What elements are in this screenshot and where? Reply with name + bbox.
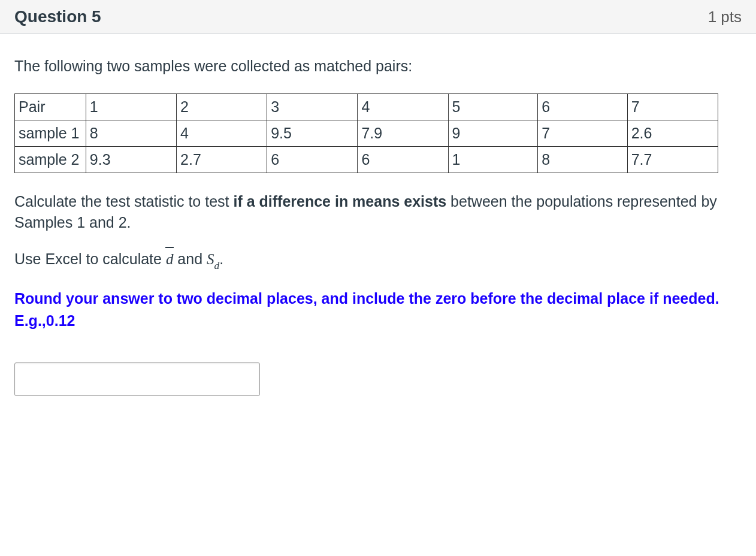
rounding-note: Round your answer to two decimal places,… — [14, 288, 742, 333]
question-wrapper: Question 5 1 pts The following two sampl… — [0, 0, 756, 420]
cell: 3 — [267, 94, 358, 120]
answer-input[interactable] — [14, 362, 260, 396]
instr-text: Calculate the test statistic to test — [14, 193, 233, 210]
cell: 7 — [538, 120, 628, 147]
table-row: sample 2 9.3 2.7 6 6 1 8 7.7 — [15, 147, 718, 173]
instr-text: Use Excel to calculate — [14, 250, 166, 267]
instr-text: . — [219, 250, 223, 267]
cell: 2 — [177, 94, 267, 120]
d-bar-symbol: d — [166, 251, 174, 267]
test-statistic-instruction: Calculate the test statistic to test if … — [14, 191, 742, 233]
question-title: Question 5 — [14, 7, 101, 26]
sd-symbol: Sd — [207, 251, 219, 267]
excel-instruction: Use Excel to calculate d and Sd. — [14, 249, 742, 272]
cell: 6 — [358, 147, 448, 173]
row-label: sample 1 — [15, 120, 86, 147]
cell: 7.7 — [627, 147, 718, 173]
cell: 6 — [267, 147, 358, 173]
question-body: The following two samples were collected… — [0, 34, 756, 420]
cell: 5 — [448, 94, 538, 120]
cell: 6 — [538, 94, 628, 120]
cell: 9 — [448, 120, 538, 147]
question-header: Question 5 1 pts — [0, 0, 756, 34]
cell: 4 — [177, 120, 267, 147]
table-row: sample 1 8 4 9.5 7.9 9 7 2.6 — [15, 120, 718, 147]
cell: 7.9 — [358, 120, 448, 147]
cell: 9.3 — [86, 147, 176, 173]
cell: 8 — [86, 120, 176, 147]
cell: 1 — [448, 147, 538, 173]
cell: 1 — [86, 94, 176, 120]
instr-text: and — [173, 250, 207, 267]
cell: 7 — [627, 94, 718, 120]
instr-bold: if a difference in means exists — [233, 193, 446, 210]
cell: 8 — [538, 147, 628, 173]
row-label: Pair — [15, 94, 86, 120]
table-row: Pair 1 2 3 4 5 6 7 — [15, 94, 718, 120]
intro-text: The following two samples were collected… — [14, 56, 742, 77]
row-label: sample 2 — [15, 147, 86, 173]
question-points: 1 pts — [708, 8, 742, 26]
data-table: Pair 1 2 3 4 5 6 7 sample 1 8 4 9.5 7.9 … — [14, 93, 718, 173]
cell: 4 — [358, 94, 448, 120]
cell: 2.6 — [627, 120, 718, 147]
cell: 2.7 — [177, 147, 267, 173]
cell: 9.5 — [267, 120, 358, 147]
